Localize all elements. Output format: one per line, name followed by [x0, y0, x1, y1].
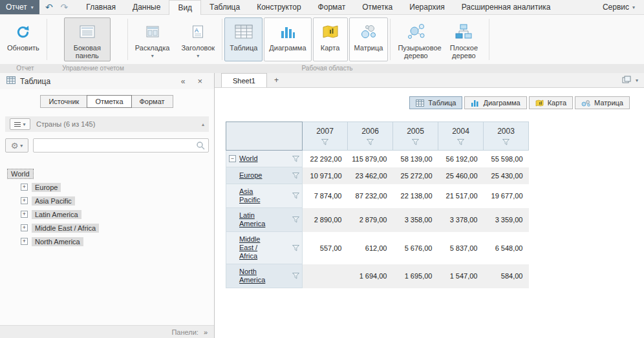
menu-tab-constructor[interactable]: Конструктор [248, 0, 309, 14]
data-cell[interactable]: 25 460,00 [438, 167, 484, 184]
flat-tree-button[interactable]: Плоское дерево [440, 17, 487, 61]
data-cell[interactable]: 56 192,00 [438, 151, 484, 167]
data-cell[interactable]: 1 547,00 [438, 264, 484, 288]
expand-icon[interactable]: + [21, 224, 28, 231]
collapse-panel-icon[interactable]: « [177, 77, 189, 86]
collapse-section-icon[interactable]: ▴ [202, 121, 204, 127]
menu-tab-view[interactable]: Вид [169, 0, 201, 15]
report-menu-button[interactable]: Отчет ▾ [0, 0, 39, 14]
data-cell[interactable]: 22 292,00 [303, 151, 348, 167]
filter-icon[interactable] [290, 217, 299, 223]
view-button-map[interactable]: Карта [529, 96, 573, 109]
data-cell[interactable]: 557,00 [303, 232, 348, 264]
filter-icon[interactable] [290, 245, 299, 251]
tree-item[interactable]: Middle East / Africa [32, 224, 99, 233]
data-cell[interactable]: 584,00 [484, 264, 529, 288]
menu-tab-table[interactable]: Таблица [201, 0, 248, 14]
close-icon[interactable]: × [193, 76, 206, 86]
sidebar-tab-selection[interactable]: Отметка [87, 95, 131, 108]
tree-item-world[interactable]: World [8, 169, 33, 178]
data-cell[interactable]: 612,00 [348, 232, 393, 264]
sheet-tab[interactable]: Sheet1 [221, 73, 267, 87]
row-label-link[interactable]: Europe [239, 171, 262, 180]
data-cell[interactable]: 2 879,00 [348, 208, 393, 232]
data-cell[interactable]: 5 676,00 [393, 232, 438, 264]
column-header[interactable]: 2003 [484, 122, 529, 151]
data-cell[interactable]: 19 677,00 [484, 184, 529, 208]
view-button-matrix[interactable]: Матрица [575, 96, 630, 109]
matrix-view-button[interactable]: Матрица [349, 17, 389, 61]
data-cell[interactable]: 21 517,00 [438, 184, 484, 208]
view-button-table[interactable]: Таблица [409, 96, 462, 109]
filter-icon[interactable] [290, 193, 299, 199]
chevron-down-icon[interactable]: ▾ [636, 78, 638, 83]
column-header[interactable]: 2007 [303, 122, 348, 151]
service-menu-button[interactable]: Сервис ▾ [594, 0, 644, 14]
layout-button[interactable]: Раскладка ▾ [130, 17, 175, 61]
data-cell[interactable]: 5 837,00 [438, 232, 484, 264]
data-cell[interactable]: 25 272,00 [393, 167, 438, 184]
row-label-link[interactable]: World [239, 154, 258, 163]
column-header[interactable]: 2006 [348, 122, 393, 151]
add-sheet-button[interactable]: + [267, 73, 286, 87]
column-header[interactable]: 2004 [438, 122, 484, 151]
data-cell[interactable]: 3 358,00 [393, 208, 438, 232]
table-corner-cell[interactable] [226, 122, 303, 151]
data-cell[interactable]: 3 359,00 [484, 208, 529, 232]
settings-button[interactable]: ⚙ ▾ [5, 138, 28, 153]
data-cell[interactable]: 7 874,00 [303, 184, 348, 208]
data-cell[interactable]: 10 971,00 [303, 167, 348, 184]
data-cell[interactable]: 22 138,00 [393, 184, 438, 208]
table-view-button[interactable]: Таблица [224, 17, 263, 61]
search-input[interactable] [33, 138, 209, 153]
chart-view-button[interactable]: Диаграмма [264, 17, 311, 61]
filter-icon[interactable] [438, 138, 483, 147]
data-cell[interactable]: 1 694,00 [348, 264, 393, 288]
data-cell[interactable]: 25 430,00 [484, 167, 529, 184]
row-label-link[interactable]: Middle East / Africa [239, 235, 275, 260]
windows-icon[interactable] [622, 76, 631, 85]
sidebar-tab-format[interactable]: Формат [131, 95, 173, 108]
row-label-link[interactable]: Latin America [239, 211, 275, 228]
filter-icon[interactable] [290, 156, 299, 162]
collapse-icon[interactable]: − [229, 155, 236, 162]
menu-tab-selection[interactable]: Отметка [354, 0, 401, 14]
title-button[interactable]: A Заголовок ▾ [176, 17, 220, 61]
tree-item[interactable]: Latin America [32, 210, 81, 219]
data-cell[interactable]: 3 378,00 [438, 208, 484, 232]
dimension-menu-button[interactable]: ▾ [10, 118, 30, 130]
filter-icon[interactable] [348, 138, 392, 147]
data-cell[interactable]: 58 139,00 [393, 151, 438, 167]
expand-icon[interactable]: + [21, 238, 28, 245]
expand-icon[interactable]: + [21, 211, 28, 218]
data-cell[interactable]: 55 598,00 [484, 151, 529, 167]
refresh-button[interactable]: Обновить [2, 17, 45, 61]
menu-tab-home[interactable]: Главная [78, 0, 124, 14]
expand-icon[interactable]: + [21, 184, 28, 191]
filter-icon[interactable] [290, 273, 299, 279]
row-label-link[interactable]: North America [239, 268, 275, 284]
menu-tab-advanced-analytics[interactable]: Расширенная аналитика [453, 0, 559, 14]
tree-item[interactable]: North America [32, 237, 83, 246]
data-cell[interactable]: 6 548,00 [484, 232, 529, 264]
chevron-right-icon[interactable]: » [204, 328, 208, 336]
data-cell[interactable]: 1 695,00 [393, 264, 438, 288]
filter-icon[interactable] [290, 173, 299, 179]
sidebar-panel-button[interactable]: Боковая панель [64, 17, 111, 61]
tree-item[interactable]: Europe [32, 183, 61, 192]
filter-icon[interactable] [303, 138, 347, 147]
filter-icon[interactable] [393, 138, 438, 147]
menu-tab-format[interactable]: Формат [310, 0, 354, 14]
undo-icon[interactable]: ↶ [42, 2, 56, 12]
expand-icon[interactable]: + [21, 197, 28, 204]
data-cell[interactable]: 115 879,00 [348, 151, 393, 167]
view-button-chart[interactable]: Диаграмма [464, 96, 526, 109]
redo-icon[interactable]: ↷ [58, 2, 72, 12]
filter-icon[interactable] [484, 138, 528, 147]
tree-item[interactable]: Asia Pacific [32, 196, 75, 206]
data-cell[interactable]: 87 232,00 [348, 184, 393, 208]
menu-tab-hierarchy[interactable]: Иерархия [401, 0, 453, 14]
data-cell[interactable]: 2 890,00 [303, 208, 348, 232]
menu-tab-data[interactable]: Данные [124, 0, 169, 14]
sidebar-tab-source[interactable]: Источник [40, 95, 87, 108]
